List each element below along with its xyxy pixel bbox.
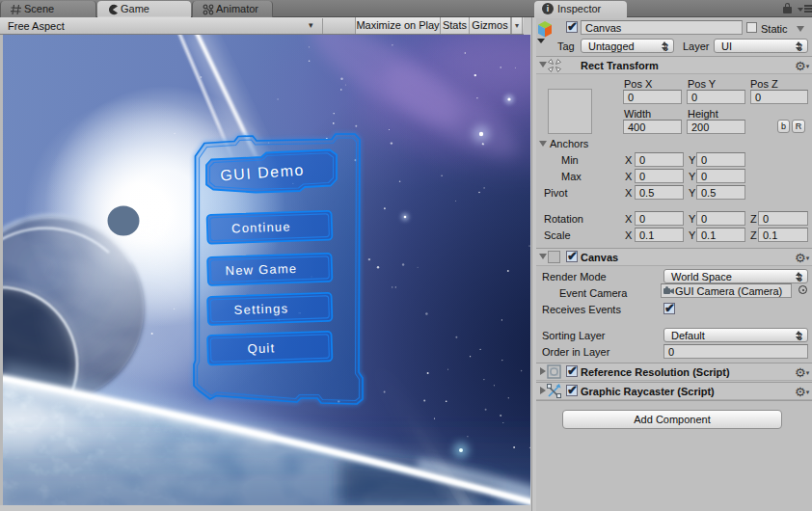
svg-text:Settings: Settings [233,301,288,317]
svg-text:Continue: Continue [231,219,291,235]
svg-text:New Game: New Game [225,261,297,278]
svg-text:Quit: Quit [247,340,275,356]
